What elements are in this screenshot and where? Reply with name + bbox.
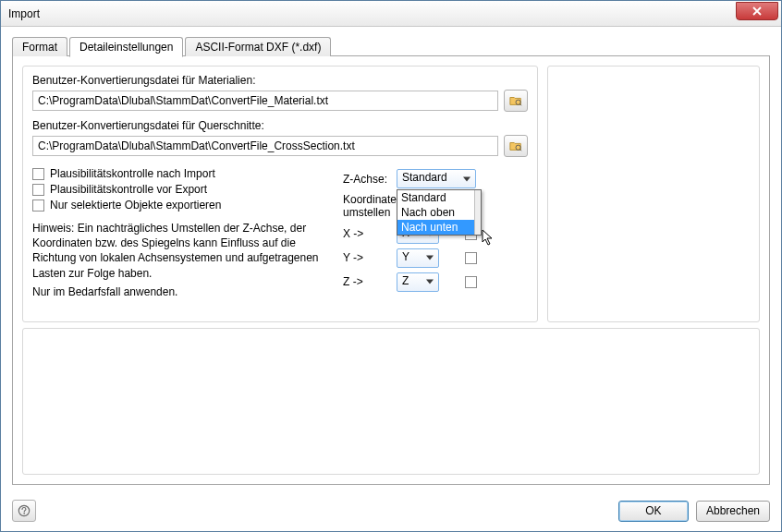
svg-line-3 <box>519 150 521 151</box>
plausibility-after-import-label: Plausibilitätskontrolle nach Import <box>50 167 215 180</box>
z-axis-dropdown-list[interactable]: Standard Nach oben Nach unten <box>397 189 482 236</box>
ok-button[interactable]: OK <box>618 501 689 522</box>
crosssection-file-input[interactable] <box>32 136 498 156</box>
plausibility-before-export-checkbox[interactable] <box>32 184 44 196</box>
plausibility-before-export-label: Plausibilitätskontrolle vor Export <box>50 183 207 196</box>
browse-crosssection-button[interactable] <box>504 135 528 157</box>
cancel-button[interactable]: Abbrechen <box>696 501 770 522</box>
svg-line-1 <box>519 104 521 106</box>
tab-detail-settings[interactable]: Detaileinstellungen <box>69 37 183 57</box>
lower-panel <box>22 328 760 475</box>
crosssection-file-label: Benutzer-Konvertierungsdatei für Quersch… <box>32 119 528 132</box>
help-icon <box>18 504 31 517</box>
coord-switch-label: Koordinaten umstellen <box>343 193 391 220</box>
tab-strip: Format Detaileinstellungen ASCII-Format … <box>12 36 770 56</box>
tab-ascii-dxf[interactable]: ASCII-Format DXF (*.dxf) <box>185 37 331 56</box>
settings-group: Benutzer-Konvertierungsdatei für Materia… <box>22 66 538 322</box>
preview-group <box>547 66 760 322</box>
y-mirror-checkbox[interactable] <box>465 252 477 264</box>
dialog-footer: OK Abbrechen <box>1 492 781 531</box>
svg-point-5 <box>23 513 25 514</box>
z-axis-option-nach-oben[interactable]: Nach oben <box>397 205 481 220</box>
title-bar: Import <box>1 1 781 27</box>
close-button[interactable] <box>736 2 778 20</box>
plausibility-after-import-checkbox[interactable] <box>32 168 44 180</box>
axis-column: Z-Achse: Standard Standard Nach oben Nac… <box>343 164 528 299</box>
only-selected-export-label: Nur selektierte Objekte exportieren <box>50 199 221 212</box>
window-title: Import <box>8 7 40 20</box>
hint-text: Hinweis: Ein nachträgliches Umstellen de… <box>32 221 324 281</box>
tab-format[interactable]: Format <box>12 37 67 56</box>
folder-icon <box>509 94 522 107</box>
material-file-label: Benutzer-Konvertierungsdatei für Materia… <box>32 74 528 87</box>
import-dialog: Import Format Detaileinstellungen ASCII-… <box>0 0 782 532</box>
z-map-combo[interactable]: Z <box>397 272 439 292</box>
z-axis-combo[interactable]: Standard <box>397 169 476 188</box>
z-mirror-checkbox[interactable] <box>465 276 477 288</box>
close-icon <box>752 6 762 16</box>
help-button[interactable] <box>12 500 36 522</box>
z-axis-option-standard[interactable]: Standard <box>397 190 481 205</box>
only-selected-export-checkbox[interactable] <box>32 200 44 212</box>
z-axis-option-nach-unten[interactable]: Nach unten <box>397 220 481 235</box>
x-map-label: X -> <box>343 227 391 240</box>
upper-panels: Benutzer-Konvertierungsdatei für Materia… <box>22 66 760 322</box>
y-map-label: Y -> <box>343 251 391 264</box>
folder-icon <box>509 139 522 152</box>
client-area: Format Detaileinstellungen ASCII-Format … <box>1 27 781 492</box>
z-map-label: Z -> <box>343 275 391 288</box>
z-axis-label: Z-Achse: <box>343 173 391 186</box>
browse-material-button[interactable] <box>504 90 528 112</box>
options-column: Plausibilitätskontrolle nach Import Plau… <box>32 164 324 299</box>
material-file-input[interactable] <box>32 91 498 111</box>
y-map-combo[interactable]: Y <box>397 248 439 268</box>
hint-note: Nur im Bedarfsfall anwenden. <box>32 284 324 299</box>
dropdown-scrollbar[interactable] <box>474 190 481 235</box>
tab-page: Benutzer-Konvertierungsdatei für Materia… <box>12 55 770 485</box>
